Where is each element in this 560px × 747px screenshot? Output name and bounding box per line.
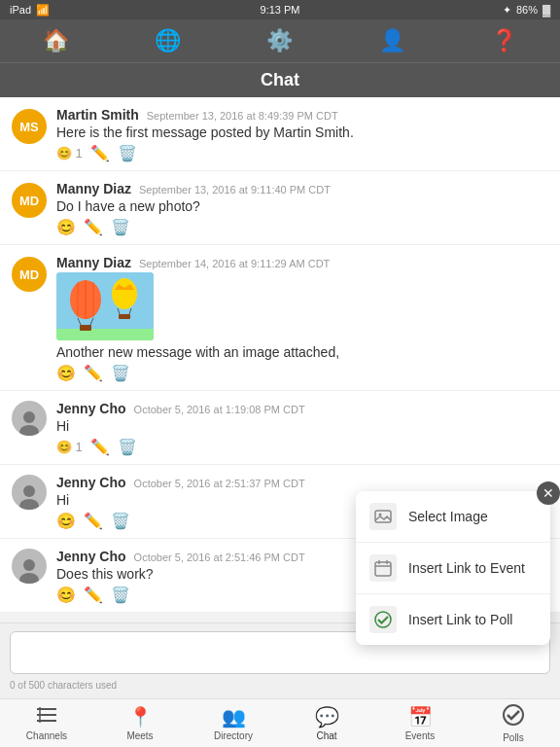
directory-icon: 👥 [222,705,246,729]
message-content: Manny Diaz September 14, 2016 at 9:11:29… [56,255,548,386]
channels-icon [36,706,57,729]
message-text: Another new message with an image attach… [56,344,548,360]
polls-icon [503,704,524,730]
home-nav-icon[interactable]: 🏠 [35,19,78,62]
svg-point-17 [19,499,39,510]
status-time: 9:13 PM [261,4,300,16]
message-time: September 14, 2016 at 9:11:29 AM CDT [139,258,330,269]
emoji-icon[interactable]: 😊 [56,218,76,236]
gear-nav-icon[interactable]: ⚙️ [259,19,301,62]
delete-icon[interactable]: 🗑️ [111,218,130,236]
svg-rect-24 [375,562,391,576]
message-time: October 5, 2016 at 1:19:08 PM CDT [134,404,305,415]
insert-poll-label: Insert Link to Poll [408,612,512,627]
avatar: MD [12,183,47,218]
sidebar-item-meets[interactable]: 📍 Meets [93,699,187,747]
avatar [12,401,47,436]
delete-icon[interactable]: 🗑️ [111,364,130,382]
select-image-label: Select Image [408,509,488,524]
edit-icon[interactable]: ✏️ [84,218,103,236]
sidebar-item-events[interactable]: 📅 Events [373,699,467,747]
events-icon: 📅 [408,705,433,729]
directory-label: Directory [214,730,253,741]
nav-bar: 🏠 🌐 ⚙️ 👤 ❓ [0,19,560,62]
table-row: MS Martin Smith September 13, 2016 at 8:… [0,97,560,171]
insert-poll-item[interactable]: Insert Link to Poll [356,594,550,645]
avatar: MS [12,109,47,144]
svg-point-15 [19,425,39,436]
svg-point-28 [375,612,391,627]
message-header: Martin Smith September 13, 2016 at 8:49:… [56,107,548,123]
reaction-badge[interactable]: 😊 1 [56,146,83,160]
events-label: Events [405,730,436,741]
chat-label: Chat [316,730,336,741]
svg-rect-22 [375,511,391,522]
balloon-svg [56,272,154,340]
page-title: Chat [261,70,299,90]
message-image [56,272,154,340]
person-silhouette-svg [16,556,43,584]
svg-point-14 [23,411,35,423]
table-row: MD Manny Diaz September 14, 2016 at 9:11… [0,245,560,391]
message-header: Manny Diaz September 14, 2016 at 9:11:29… [56,255,548,270]
emoji-icon[interactable]: 😊 [56,586,76,604]
help-nav-icon[interactable]: ❓ [482,19,525,62]
edit-icon[interactable]: ✏️ [84,512,103,530]
message-author: Manny Diaz [56,181,131,196]
message-header: Jenny Cho October 5, 2016 at 2:51:37 PM … [56,475,548,490]
message-time: September 13, 2016 at 9:11:40 PM CDT [139,184,331,196]
svg-rect-13 [119,314,130,319]
emoji-icon[interactable]: 😊 [56,512,76,530]
message-actions: 😊 1 ✏️ 🗑️ [56,144,548,162]
message-content: Jenny Cho October 5, 2016 at 1:19:08 PM … [56,401,548,460]
avatar [12,475,47,510]
message-time: October 5, 2016 at 2:51:37 PM CDT [134,478,305,489]
svg-point-18 [23,559,35,571]
popup-close-button[interactable]: ✕ [537,481,560,505]
globe-nav-icon[interactable]: 🌐 [147,19,190,62]
message-actions: 😊 1 ✏️ 🗑️ [56,438,548,456]
chat-icon: 💬 [315,705,339,729]
status-bar: iPad 📶 9:13 PM ✦ 86% ▓ [0,0,560,19]
image-icon [369,503,397,530]
select-image-item[interactable]: Select Image [356,491,550,543]
message-author: Jenny Cho [56,475,126,490]
reaction-badge[interactable]: 😊 1 [56,440,83,454]
person-silhouette-svg [16,409,43,436]
edit-icon[interactable]: ✏️ [84,586,103,604]
svg-point-23 [379,514,382,516]
edit-icon[interactable]: ✏️ [90,144,110,162]
carrier-label: iPad [10,4,31,16]
svg-point-19 [19,573,39,584]
insert-event-item[interactable]: Insert Link to Event [356,543,550,594]
meets-label: Meets [126,730,153,741]
message-time: September 13, 2016 at 8:49:39 PM CDT [147,110,338,122]
sidebar-item-directory[interactable]: 👥 Directory [187,699,280,747]
svg-point-33 [504,705,523,725]
message-content: Manny Diaz September 13, 2016 at 9:11:40… [56,181,548,240]
sidebar-item-polls[interactable]: Polls [467,699,560,747]
polls-label: Polls [503,732,524,743]
message-actions: 😊 ✏️ 🗑️ [56,364,548,382]
delete-icon[interactable]: 🗑️ [111,586,130,604]
sidebar-item-chat[interactable]: 💬 Chat [280,699,373,747]
person-nav-icon[interactable]: 👤 [370,19,413,62]
channels-label: Channels [26,730,67,741]
status-left: iPad 📶 [10,4,50,17]
svg-rect-5 [80,325,91,331]
char-count-label: 0 of 500 characters used [10,680,550,691]
delete-icon[interactable]: 🗑️ [111,512,130,530]
emoji-icon[interactable]: 😊 [56,364,76,382]
meets-icon: 📍 [128,705,153,729]
sidebar-item-channels[interactable]: Channels [0,699,93,747]
message-author: Jenny Cho [56,401,126,416]
battery-label: 86% [516,4,538,16]
wifi-icon: 📶 [36,4,50,17]
bluetooth-icon: ✦ [503,4,511,17]
delete-icon[interactable]: 🗑️ [118,144,137,162]
poll-icon [369,606,397,633]
avatar [12,549,47,584]
edit-icon[interactable]: ✏️ [90,438,110,456]
edit-icon[interactable]: ✏️ [84,364,103,382]
delete-icon[interactable]: 🗑️ [118,438,137,456]
